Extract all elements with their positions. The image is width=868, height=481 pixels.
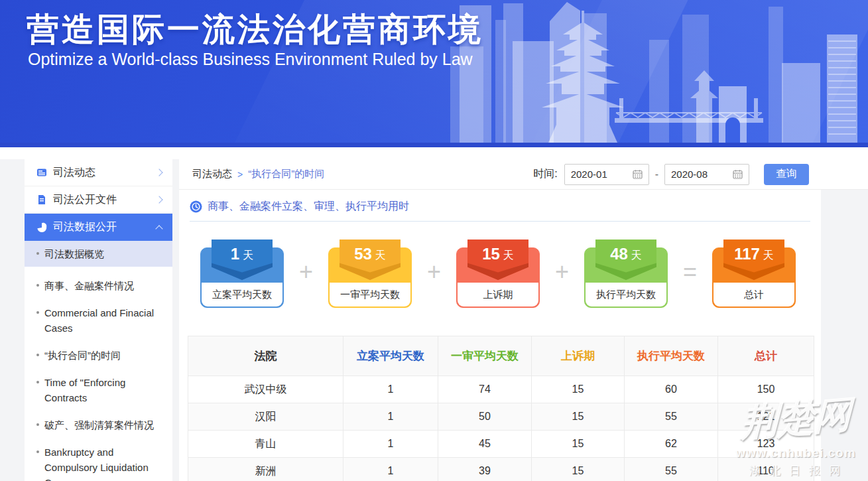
date-filter-label: 时间: <box>533 167 557 181</box>
table-header-cell: 立案平均天数 <box>343 336 438 376</box>
banner-title-en: Optimize a World-class Business Environm… <box>28 50 473 69</box>
section-title: 商事、金融案件立案、审理、执行平均用时 <box>208 200 409 214</box>
table-row: 汉阳1501555121 <box>188 403 814 431</box>
start-date-input[interactable]: 2020-01 <box>564 164 649 185</box>
document-icon <box>36 194 47 205</box>
banner: 营造国际一流法治化营商环境 Optimize a World-class Bus… <box>0 0 868 147</box>
sidebar-item-label: 司法数据公开 <box>53 220 117 234</box>
calendar-icon[interactable] <box>633 169 643 179</box>
table-header-cell: 总计 <box>718 336 814 376</box>
page: 营造国际一流法治化营商环境 Optimize a World-class Bus… <box>0 0 868 481</box>
table-cell: 15 <box>532 458 625 481</box>
summary-card: 一审平均天数53天 <box>328 240 412 308</box>
equals-operator: = <box>668 240 712 305</box>
courts-table: 法院立案平均天数一审平均天数上诉期执行平均天数总计 武汉中级1741560150… <box>188 336 814 481</box>
date-range-dash: - <box>655 169 658 180</box>
chevron-right-icon <box>155 169 162 176</box>
table-cell: 1 <box>343 431 438 458</box>
sidebar-item[interactable]: 司法数据公开 <box>25 214 172 241</box>
table-header-cell: 法院 <box>188 336 343 376</box>
table-cell: 45 <box>438 431 532 458</box>
sidebar-sub-item[interactable]: 商事、金融案件情况 <box>25 272 172 299</box>
main-panel: 商事、金融案件立案、审理、执行平均用时 立案平均天数1天+一审平均天数53天+上… <box>179 190 821 481</box>
sidebar-sub-items: 司法数据概览商事、金融案件情况Commercial and Finacial C… <box>25 241 172 481</box>
table-cell: 新洲 <box>188 458 343 481</box>
table-header-row: 法院立案平均天数一审平均天数上诉期执行平均天数总计 <box>188 336 814 376</box>
summary-card: 执行平均天数48天 <box>584 240 668 308</box>
table-cell: 武汉中级 <box>188 376 343 403</box>
end-date-value: 2020-08 <box>671 169 733 180</box>
sidebar-sub-item[interactable]: “执行合同”的时间 <box>25 342 172 369</box>
table-cell: 62 <box>625 431 718 458</box>
chevron-up-icon <box>155 225 162 232</box>
summary-card-label: 立案平均天数 <box>202 283 282 307</box>
summary-card-label: 上诉期 <box>458 283 538 307</box>
table-header-cell: 一审平均天数 <box>438 336 532 376</box>
table-cell: 1 <box>343 403 438 431</box>
summary-card-label: 总计 <box>713 283 794 307</box>
banner-title-zh: 营造国际一流法治化营商环境 <box>27 8 483 52</box>
table-cell: 110 <box>718 458 814 481</box>
table-cell: 55 <box>625 403 718 431</box>
summary-card: 立案平均天数1天 <box>200 240 284 308</box>
breadcrumb-current: “执行合同”的时间 <box>248 168 324 180</box>
news-icon <box>36 167 47 178</box>
sidebar-item[interactable]: 司法动态 <box>25 159 172 186</box>
table-cell: 15 <box>532 403 625 431</box>
topbar: 司法动态 > “执行合同”的时间 时间: 2020-01 - 2020-08 查… <box>179 159 868 190</box>
chevron-right-icon <box>155 196 162 203</box>
table-cell: 60 <box>625 376 718 403</box>
table-cell: 50 <box>438 403 532 431</box>
table-cell: 15 <box>532 431 625 458</box>
page-background-left <box>0 159 25 481</box>
sidebar-sub-item[interactable]: 破产、强制清算案件情况 <box>25 411 172 439</box>
sidebar-sub-item[interactable]: Commercial and Finacial Cases <box>25 299 172 342</box>
table-header-cell: 上诉期 <box>532 336 625 376</box>
sidebar-main-items: 司法动态司法公开文件司法数据公开 <box>25 159 172 241</box>
sidebar-item-label: 司法动态 <box>53 166 95 180</box>
sidebar-sub-item[interactable]: 司法数据概览 <box>25 241 172 267</box>
plus-operator: + <box>540 240 584 305</box>
sidebar-item-label: 司法公开文件 <box>53 193 117 207</box>
clock-icon <box>190 200 202 213</box>
summary-card: 上诉期15天 <box>456 240 540 308</box>
summary-card-label: 执行平均天数 <box>586 283 666 307</box>
sidebar-sub-item[interactable]: Time of "Enforcing Contracts <box>25 369 172 411</box>
sidebar-sub-item[interactable]: Bankruptcy and Compulsory Liquidation Ca… <box>25 439 172 481</box>
table-cell: 1 <box>343 376 438 403</box>
date-filter: 时间: 2020-01 - 2020-08 查询 <box>533 164 809 185</box>
table-cell: 39 <box>438 458 532 481</box>
city-skyline-illustration <box>450 0 868 143</box>
summary-card-unit: 天 <box>243 245 253 280</box>
search-button[interactable]: 查询 <box>764 164 809 185</box>
table-cell: 123 <box>718 431 814 458</box>
summary-cards-row: 立案平均天数1天+一审平均天数53天+上诉期15天+执行平均天数48天=总计11… <box>179 222 821 309</box>
table-cell: 青山 <box>188 431 343 458</box>
calendar-icon[interactable] <box>733 169 743 179</box>
table-row: 新洲1391555110 <box>188 458 814 481</box>
end-date-input[interactable]: 2020-08 <box>664 164 749 185</box>
breadcrumb-parent-link[interactable]: 司法动态 <box>192 168 232 180</box>
table-cell: 121 <box>718 403 814 431</box>
page-background-right <box>821 190 868 481</box>
table-cell: 1 <box>343 458 438 481</box>
table-cell: 15 <box>532 376 625 403</box>
plus-operator: + <box>412 240 456 305</box>
sidebar-item[interactable]: 司法公开文件 <box>25 186 172 214</box>
summary-card-label: 一审平均天数 <box>330 283 410 307</box>
summary-card-value: 1 <box>231 245 239 280</box>
table-cell: 150 <box>718 376 814 403</box>
table-cell: 汉阳 <box>188 403 343 431</box>
table-body: 武汉中级1741560150汉阳1501555121青山1451562123新洲… <box>188 376 814 481</box>
pie-chart-icon <box>36 222 47 233</box>
plus-operator: + <box>284 240 328 305</box>
breadcrumb-separator: > <box>237 169 243 180</box>
table-row: 武汉中级1741560150 <box>188 376 814 403</box>
table-cell: 55 <box>625 458 718 481</box>
page-background-gap <box>172 159 179 481</box>
banner-bottom-strip <box>0 143 868 147</box>
start-date-value: 2020-01 <box>571 169 633 180</box>
table-row: 青山1451562123 <box>188 431 814 458</box>
sidebar: 司法动态司法公开文件司法数据公开 司法数据概览商事、金融案件情况Commerci… <box>25 159 172 481</box>
table-header-cell: 执行平均天数 <box>625 336 718 376</box>
